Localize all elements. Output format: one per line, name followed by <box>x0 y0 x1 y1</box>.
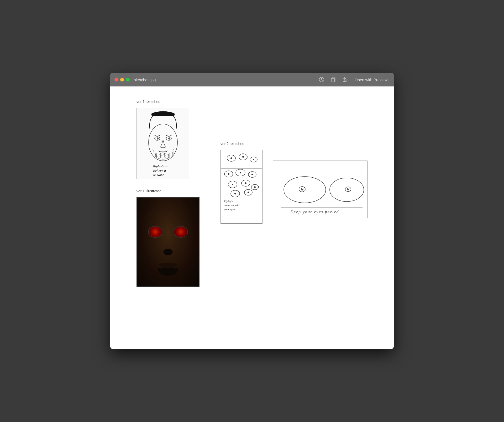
share-icon[interactable] <box>341 76 348 83</box>
close-button[interactable] <box>114 78 118 81</box>
svg-text:your eyes.: your eyes. <box>224 208 236 211</box>
ver1-illustrated-section: ver 1 illustrated <box>136 189 200 287</box>
illustrated-mask-image <box>136 197 200 287</box>
svg-text:Ripley's: Ripley's <box>224 200 233 203</box>
mask-beard <box>158 268 178 276</box>
svg-point-42 <box>301 188 303 191</box>
svg-point-43 <box>302 188 303 189</box>
duplicate-icon[interactable] <box>329 76 337 83</box>
svg-text:or Not?: or Not? <box>153 173 164 177</box>
svg-point-16 <box>230 157 232 159</box>
maximize-button[interactable] <box>126 78 130 81</box>
svg-point-28 <box>232 184 233 185</box>
svg-text:Ripley's —: Ripley's — <box>153 164 168 168</box>
svg-point-34 <box>248 192 249 193</box>
svg-point-1 <box>321 78 322 79</box>
svg-point-36 <box>254 186 256 188</box>
svg-point-32 <box>234 193 236 194</box>
window-title: sketches.jpg <box>134 78 156 82</box>
app-window: sketches.jpg <box>110 73 394 349</box>
content-area: ver 1 sketches <box>110 86 394 349</box>
eyes-peeled-card: Keep your eyes peeled <box>273 161 368 218</box>
mask-right-eye <box>174 226 188 238</box>
svg-point-30 <box>245 182 246 184</box>
svg-point-24 <box>240 172 241 173</box>
ver1-illustrated-label: ver 1 illustrated <box>136 189 200 193</box>
mask-face <box>137 198 199 286</box>
svg-point-20 <box>253 159 254 160</box>
ver2-sketches-section: ver 2 sketches <box>220 142 368 224</box>
svg-point-26 <box>251 174 253 175</box>
mask-left-eye <box>148 226 162 238</box>
titlebar-actions: Open with Preview <box>318 76 390 83</box>
traffic-lights <box>114 78 130 81</box>
open-preview-button[interactable]: Open with Preview <box>353 76 390 83</box>
ver1-sketches-label: ver 1 sketches <box>136 100 189 104</box>
svg-point-22 <box>228 173 229 175</box>
face-sketch-card: Ripley's — Believe It or Not? <box>136 108 189 179</box>
annotation-icon[interactable] <box>318 76 325 83</box>
scattered-eyes-card: Ripley's come see with your eyes. <box>220 150 262 224</box>
svg-point-47 <box>348 188 349 189</box>
svg-text:Believe It: Believe It <box>153 169 166 173</box>
svg-text:Keep your eyes peeled: Keep your eyes peeled <box>290 210 339 214</box>
svg-point-7 <box>158 138 159 138</box>
svg-rect-2 <box>331 78 334 82</box>
svg-point-10 <box>170 138 170 138</box>
titlebar: sketches.jpg <box>110 73 394 86</box>
svg-point-46 <box>347 188 349 191</box>
svg-rect-3 <box>332 78 335 81</box>
svg-text:come see with: come see with <box>224 204 240 207</box>
ver1-sketches-section: ver 1 sketches <box>136 100 189 180</box>
mask-nose <box>164 249 173 255</box>
minimize-button[interactable] <box>120 78 124 81</box>
ver2-sketches-label: ver 2 sketches <box>220 142 368 146</box>
svg-point-18 <box>242 156 244 158</box>
